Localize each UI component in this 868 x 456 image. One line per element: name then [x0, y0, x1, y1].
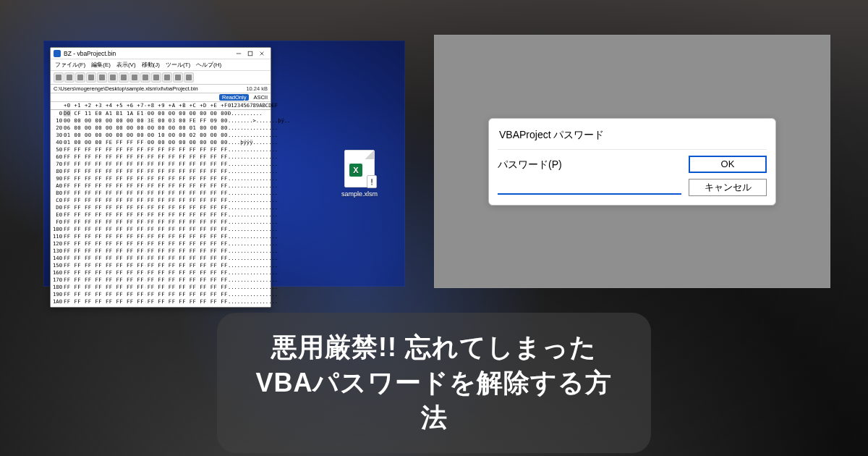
hex-row[interactable]: 60FF FF FF FF FF FF FF FF-FF FF FF FF FF… — [52, 153, 269, 161]
hex-bytes: FF FF FF FF FF FF FF FF-FF FF FF FF FF F… — [64, 197, 228, 204]
toolbar-button[interactable] — [86, 72, 96, 83]
toolbar-button[interactable] — [151, 72, 161, 83]
hex-row[interactable]: C0FF FF FF FF FF FF FF FF-FF FF FF FF FF… — [52, 197, 269, 204]
hex-row[interactable]: 150FF FF FF FF FF FF FF FF-FF FF FF FF F… — [52, 262, 269, 269]
hex-row[interactable]: 180FF FF FF FF FF FF FF FF-FF FF FF FF F… — [52, 284, 269, 291]
toolbar-button[interactable] — [97, 72, 107, 83]
hex-bytes: 06 00 00 00 00 00 00 00-00 00 00 00 01 0… — [64, 124, 228, 132]
toolbar-button[interactable] — [108, 72, 118, 83]
hex-editor-window[interactable]: BZ - vbaProject.bin ファイル(F) 編集(E) 表示(V) … — [50, 47, 271, 308]
hex-offsets-header: +0 +1 +2 +3 +4 +5 +6 +7-+8 +9 +A +B +C +… — [64, 102, 228, 109]
headline: 悪用厳禁!! 忘れてしまった VBAパスワードを解除する方法 — [217, 313, 651, 453]
macro-warning-icon: ! — [367, 175, 377, 188]
toolbar-button[interactable] — [184, 72, 194, 83]
hex-titlebar: BZ - vbaProject.bin — [51, 48, 271, 59]
hex-row[interactable]: 1000 00 00 00 00 00 00 00-3E 00 03 00 FE… — [52, 117, 269, 124]
hex-bytes: FF FF FF FF FF FF FF FF-FF FF FF FF FF F… — [64, 146, 228, 153]
toolbar-button[interactable] — [129, 72, 140, 83]
hex-row[interactable]: 80FF FF FF FF FF FF FF FF-FF FF FF FF FF… — [52, 168, 269, 175]
menu-edit[interactable]: 編集(E) — [91, 61, 111, 69]
hex-row[interactable]: 190FF FF FF FF FF FF FF FF-FF FF FF FF F… — [52, 291, 269, 298]
hex-row[interactable]: 50FF FF FF FF FF FF FF FF-FF FF FF FF FF… — [52, 146, 269, 153]
hex-row[interactable]: F0FF FF FF FF FF FF FF FF-FF FF FF FF FF… — [52, 219, 269, 226]
hex-offset: 90 — [52, 175, 64, 182]
dialog-title: VBAProject パスワード — [498, 126, 767, 150]
hex-ascii: ................ — [228, 124, 280, 132]
hex-bytes: FF FF FF FF FF FF FF FF-FF FF FF FF FF F… — [64, 262, 228, 269]
stage: BZ - vbaProject.bin ファイル(F) 編集(E) 表示(V) … — [0, 0, 868, 456]
hex-row[interactable]: 110FF FF FF FF FF FF FF FF-FF FF FF FF F… — [52, 233, 269, 240]
minimize-button[interactable] — [233, 49, 244, 58]
headline-line-2: VBAパスワードを解除する方法 — [252, 366, 616, 436]
hex-row[interactable]: 3001 00 00 00 00 00 00 00-00 10 00 00 02… — [52, 132, 269, 139]
hex-row[interactable]: 90FF FF FF FF FF FF FF FF-FF FF FF FF FF… — [52, 175, 269, 182]
hex-bytes: FF FF FF FF FF FF FF FF-FF FF FF FF FF F… — [64, 226, 228, 233]
hex-ascii: ................ — [228, 168, 280, 175]
vba-dialog-panel: VBAProject パスワード パスワード(P) OK キャンセル — [434, 35, 830, 288]
toolbar-button[interactable] — [140, 72, 150, 83]
hex-ascii: ................ — [228, 276, 280, 284]
hex-row[interactable]: B0FF FF FF FF FF FF FF FF-FF FF FF FF FF… — [52, 190, 269, 197]
hex-bytes: FF FF FF FF FF FF FF FF-FF FF FF FF FF F… — [64, 291, 228, 298]
toolbar-button[interactable] — [162, 72, 172, 83]
menu-view[interactable]: 表示(V) — [116, 61, 136, 69]
hex-row[interactable]: 120FF FF FF FF FF FF FF FF-FF FF FF FF F… — [52, 240, 269, 248]
hex-row[interactable]: 170FF FF FF FF FF FF FF FF-FF FF FF FF F… — [52, 276, 269, 284]
toolbar-button[interactable] — [64, 72, 75, 83]
hex-row[interactable]: 0D0 CF 11 E0 A1 B1 1A E1-00 00 00 00 00 … — [52, 110, 269, 117]
hex-bytes: FF FF FF FF FF FF FF FF-FF FF FF FF FF F… — [64, 298, 228, 305]
hex-body[interactable]: 0D0 CF 11 E0 A1 B1 1A E1-00 00 00 00 00 … — [51, 110, 271, 307]
hex-ascii: ................ — [228, 284, 280, 291]
hex-offset: 190 — [52, 291, 64, 298]
hex-ascii: ................ — [228, 255, 280, 262]
svg-rect-1 — [248, 51, 252, 56]
hex-row[interactable]: 2006 00 00 00 00 00 00 00-00 00 00 00 01… — [52, 124, 269, 132]
hex-row[interactable]: A0FF FF FF FF FF FF FF FF-FF FF FF FF FF… — [52, 182, 269, 190]
hex-ascii: ................ — [228, 248, 280, 255]
hex-offset: D0 — [52, 204, 64, 211]
toolbar — [51, 71, 271, 85]
maximize-button[interactable] — [244, 49, 256, 58]
toolbar-button[interactable] — [54, 72, 64, 83]
hex-ascii: ........>.......þÿ.. — [228, 117, 280, 124]
hex-row[interactable]: 160FF FF FF FF FF FF FF FF-FF FF FF FF F… — [52, 269, 269, 276]
hex-offset: C0 — [52, 197, 64, 204]
menu-file[interactable]: ファイル(F) — [55, 61, 85, 69]
hex-row[interactable]: 4001 00 00 00 FE FF FF FF-00 00 00 00 00… — [52, 139, 269, 146]
hex-ascii: ................ — [228, 211, 280, 219]
menu-help[interactable]: ヘルプ(H) — [196, 61, 221, 69]
hex-ascii: ................ — [228, 219, 280, 226]
hex-row[interactable]: D0FF FF FF FF FF FF FF FF-FF FF FF FF FF… — [52, 204, 269, 211]
headline-line-1: 悪用厳禁!! 忘れてしまった — [252, 330, 616, 366]
menu-tools[interactable]: ツール(T) — [166, 61, 190, 69]
hex-bytes: FF FF FF FF FF FF FF FF-FF FF FF FF FF F… — [64, 182, 228, 190]
toolbar-button[interactable] — [75, 72, 85, 83]
ok-button[interactable]: OK — [689, 156, 767, 173]
path-bar: C:\Users\mogerenge\Desktop\sample.xlsm\x… — [51, 85, 271, 93]
hex-offset: 50 — [52, 146, 64, 153]
close-button[interactable] — [256, 49, 268, 58]
hex-row[interactable]: 1A0FF FF FF FF FF FF FF FF-FF FF FF FF F… — [52, 298, 269, 305]
cancel-button[interactable]: キャンセル — [689, 179, 767, 196]
menu-goto[interactable]: 移動(J) — [142, 61, 160, 69]
toolbar-button[interactable] — [173, 72, 183, 83]
hex-row[interactable]: 100FF FF FF FF FF FF FF FF-FF FF FF FF F… — [52, 226, 269, 233]
xlsm-file-icon: X ! — [344, 150, 375, 187]
hex-offset: 140 — [52, 255, 64, 262]
hex-row[interactable]: E0FF FF FF FF FF FF FF FF-FF FF FF FF FF… — [52, 211, 269, 219]
hex-offset: 70 — [52, 161, 64, 168]
toolbar-button[interactable] — [119, 72, 129, 83]
hex-bytes: FF FF FF FF FF FF FF FF-FF FF FF FF FF F… — [64, 219, 228, 226]
hex-row[interactable]: 140FF FF FF FF FF FF FF FF-FF FF FF FF F… — [52, 255, 269, 262]
hex-offset: 100 — [52, 226, 64, 233]
hex-offset: 20 — [52, 124, 64, 132]
hex-row[interactable]: 130FF FF FF FF FF FF FF FF-FF FF FF FF F… — [52, 248, 269, 255]
hex-ascii: ................ — [228, 240, 280, 248]
desktop-file[interactable]: X ! sample.xlsm — [336, 150, 383, 198]
file-path: C:\Users\mogerenge\Desktop\sample.xlsm\x… — [54, 85, 242, 92]
encoding-label: ASCII — [253, 94, 268, 101]
hex-bytes: 00 00 00 00 00 00 00 00-3E 00 03 00 FE F… — [64, 117, 228, 124]
hex-row[interactable]: 70FF FF FF FF FF FF FF FF-FF FF FF FF FF… — [52, 161, 269, 168]
hex-offset: 10 — [52, 117, 64, 124]
password-input[interactable] — [498, 177, 681, 195]
